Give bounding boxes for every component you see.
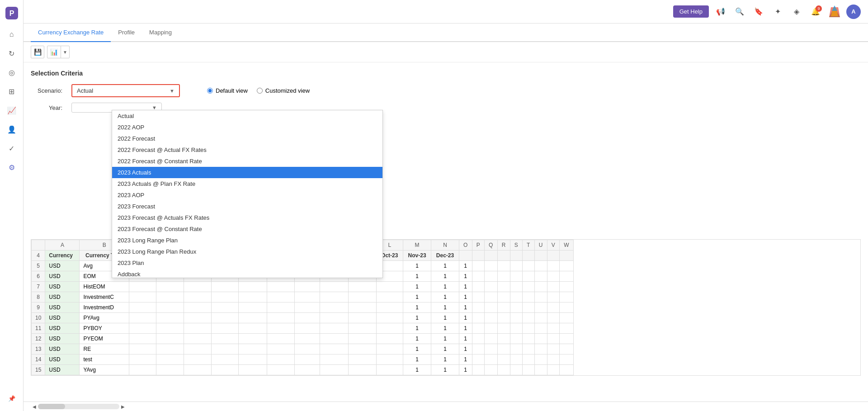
data-cell-4-18[interactable] <box>534 302 547 313</box>
data-cell-2-17[interactable] <box>522 282 534 292</box>
data-cell-10-7[interactable] <box>320 365 349 375</box>
data-cell-5-16[interactable] <box>510 313 522 323</box>
data-cell-10-5[interactable] <box>267 365 294 375</box>
sidebar-settings-icon[interactable]: ⚙ <box>4 159 20 175</box>
currency-cell-7[interactable]: USD <box>45 334 80 344</box>
currency-cell-8[interactable]: USD <box>45 344 80 354</box>
currency-type-cell-8[interactable]: RE <box>80 344 129 354</box>
colorful-logo-icon[interactable] <box>827 5 842 19</box>
data-cell-10-1[interactable] <box>156 365 184 375</box>
data-cell-6-1[interactable] <box>156 323 184 334</box>
user-avatar[interactable]: A <box>846 5 861 19</box>
data-cell-2-12[interactable]: 1 <box>459 282 472 292</box>
data-cell-8-10[interactable]: 1 <box>403 344 431 354</box>
data-cell-4-6[interactable] <box>294 302 320 313</box>
data-cell-9-5[interactable] <box>267 354 294 365</box>
data-cell-0-17[interactable] <box>522 261 534 271</box>
data-cell-5-20[interactable] <box>559 313 573 323</box>
data-cell-3-5[interactable] <box>267 292 294 302</box>
data-cell-3-7[interactable] <box>320 292 349 302</box>
data-cell-5-0[interactable] <box>129 313 156 323</box>
data-cell-4-10[interactable]: 1 <box>403 302 431 313</box>
data-cell-6-16[interactable] <box>510 323 522 334</box>
data-cell-6-20[interactable] <box>559 323 573 334</box>
dropdown-item-2[interactable]: 2022 Forecast <box>112 133 382 144</box>
data-cell-6-6[interactable] <box>294 323 320 334</box>
sidebar-person-icon[interactable]: 👤 <box>4 121 20 137</box>
data-cell-7-7[interactable] <box>320 334 349 344</box>
data-cell-8-9[interactable] <box>376 344 403 354</box>
data-cell-10-2[interactable] <box>184 365 211 375</box>
data-cell-5-14[interactable] <box>484 313 497 323</box>
data-cell-1-18[interactable] <box>534 271 547 282</box>
data-cell-1-15[interactable] <box>497 271 510 282</box>
data-cell-10-16[interactable] <box>510 365 522 375</box>
data-cell-5-6[interactable] <box>294 313 320 323</box>
data-cell-10-13[interactable] <box>472 365 484 375</box>
dropdown-item-4[interactable]: 2022 Forecast @ Constant Rate <box>112 156 382 167</box>
dropdown-item-6[interactable]: 2023 Actuals @ Plan FX Rate <box>112 178 382 189</box>
data-cell-3-18[interactable] <box>534 292 547 302</box>
data-cell-2-16[interactable] <box>510 282 522 292</box>
cube-icon[interactable]: ◈ <box>789 5 804 19</box>
data-cell-7-1[interactable] <box>156 334 184 344</box>
data-cell-9-10[interactable]: 1 <box>403 354 431 365</box>
data-cell-6-15[interactable] <box>497 323 510 334</box>
data-cell-7-14[interactable] <box>484 334 497 344</box>
data-cell-6-5[interactable] <box>267 323 294 334</box>
data-cell-9-19[interactable] <box>547 354 559 365</box>
data-cell-10-10[interactable]: 1 <box>403 365 431 375</box>
sidebar-home-icon[interactable]: ⌂ <box>4 26 20 43</box>
announcement-icon[interactable]: 📢 <box>713 5 728 19</box>
data-cell-3-0[interactable] <box>129 292 156 302</box>
data-cell-5-9[interactable] <box>376 313 403 323</box>
currency-cell-4[interactable]: USD <box>45 302 80 313</box>
data-cell-4-7[interactable] <box>320 302 349 313</box>
data-cell-1-13[interactable] <box>472 271 484 282</box>
data-cell-8-3[interactable] <box>211 344 238 354</box>
data-cell-7-4[interactable] <box>238 334 267 344</box>
data-cell-7-16[interactable] <box>510 334 522 344</box>
data-cell-1-10[interactable]: 1 <box>403 271 431 282</box>
notifications-icon[interactable]: 🔔 9 <box>808 5 823 19</box>
data-cell-10-6[interactable] <box>294 365 320 375</box>
data-cell-8-14[interactable] <box>484 344 497 354</box>
data-cell-9-4[interactable] <box>238 354 267 365</box>
data-cell-9-16[interactable] <box>510 354 522 365</box>
compass-icon[interactable]: ✦ <box>770 5 785 19</box>
data-cell-3-13[interactable] <box>472 292 484 302</box>
data-cell-3-9[interactable] <box>376 292 403 302</box>
data-cell-5-18[interactable] <box>534 313 547 323</box>
data-cell-3-2[interactable] <box>184 292 211 302</box>
data-cell-10-9[interactable] <box>376 365 403 375</box>
data-cell-8-0[interactable] <box>129 344 156 354</box>
data-cell-10-12[interactable]: 1 <box>459 365 472 375</box>
data-cell-2-14[interactable] <box>484 282 497 292</box>
data-cell-3-12[interactable]: 1 <box>459 292 472 302</box>
data-cell-8-13[interactable] <box>472 344 484 354</box>
data-cell-10-19[interactable] <box>547 365 559 375</box>
data-cell-2-11[interactable]: 1 <box>431 282 459 292</box>
search-icon[interactable]: 🔍 <box>732 5 747 19</box>
data-cell-10-8[interactable] <box>348 365 376 375</box>
dropdown-item-8[interactable]: 2023 Forecast <box>112 201 382 212</box>
data-cell-5-15[interactable] <box>497 313 510 323</box>
data-cell-5-4[interactable] <box>238 313 267 323</box>
data-cell-4-15[interactable] <box>497 302 510 313</box>
data-cell-4-19[interactable] <box>547 302 559 313</box>
data-cell-7-17[interactable] <box>522 334 534 344</box>
currency-cell-9[interactable]: USD <box>45 354 80 365</box>
data-cell-9-1[interactable] <box>156 354 184 365</box>
data-cell-5-11[interactable]: 1 <box>431 313 459 323</box>
dropdown-item-3[interactable]: 2022 Forecast @ Actual FX Rates <box>112 144 382 156</box>
tab-mapping[interactable]: Mapping <box>142 24 179 42</box>
dropdown-item-1[interactable]: 2022 AOP <box>112 122 382 133</box>
currency-type-cell-9[interactable]: test <box>80 354 129 365</box>
data-cell-1-17[interactable] <box>522 271 534 282</box>
currency-type-cell-10[interactable]: YAvg <box>80 365 129 375</box>
data-cell-9-9[interactable] <box>376 354 403 365</box>
currency-type-cell-5[interactable]: PYAvg <box>80 313 129 323</box>
data-cell-3-3[interactable] <box>211 292 238 302</box>
data-cell-7-2[interactable] <box>184 334 211 344</box>
data-cell-10-15[interactable] <box>497 365 510 375</box>
